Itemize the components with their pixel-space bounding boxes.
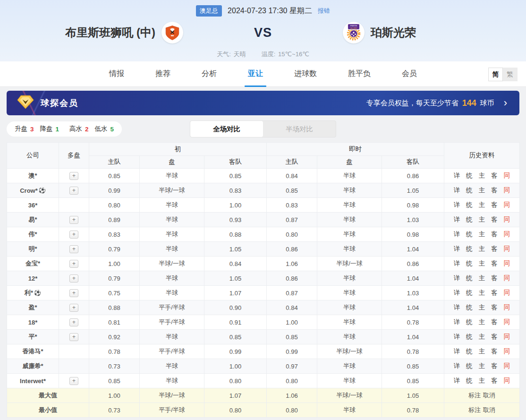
- nav-tab[interactable]: 情报: [109, 61, 124, 87]
- company-link[interactable]: 易*: [28, 215, 37, 224]
- history-link[interactable]: 客: [491, 245, 498, 253]
- history-link[interactable]: 客: [491, 318, 498, 326]
- summary-action-link[interactable]: 取消: [483, 406, 495, 414]
- summary-action-link[interactable]: 标注: [468, 391, 481, 400]
- history-link[interactable]: 客: [491, 274, 498, 283]
- away-team-name[interactable]: 珀斯光荣: [371, 25, 416, 40]
- history-link[interactable]: 统: [466, 274, 473, 283]
- expand-plus-button[interactable]: +: [69, 245, 78, 253]
- history-link[interactable]: 同: [504, 274, 510, 283]
- company-link[interactable]: 伟*: [28, 230, 37, 239]
- expand-plus-button[interactable]: +: [69, 231, 78, 239]
- away-team[interactable]: PERTH GLORY 珀斯光荣: [343, 22, 416, 43]
- company-link[interactable]: 盈*: [28, 303, 37, 312]
- history-link[interactable]: 主: [479, 362, 485, 370]
- history-link[interactable]: 统: [466, 289, 473, 297]
- company-link[interactable]: 36*: [28, 202, 38, 209]
- compare-tab[interactable]: 全场对比: [190, 121, 263, 137]
- history-link[interactable]: 详: [454, 333, 460, 341]
- history-link[interactable]: 客: [491, 230, 498, 239]
- history-link[interactable]: 详: [454, 318, 460, 326]
- expand-plus-button[interactable]: +: [69, 216, 78, 224]
- history-link[interactable]: 同: [504, 201, 510, 209]
- history-link[interactable]: 主: [479, 274, 485, 283]
- history-link[interactable]: 统: [466, 201, 473, 209]
- company-link[interactable]: 12*: [28, 275, 38, 282]
- history-link[interactable]: 同: [504, 230, 510, 239]
- history-link[interactable]: 统: [466, 318, 473, 326]
- expand-plus-button[interactable]: +: [69, 289, 78, 297]
- home-team-name[interactable]: 布里斯班狮吼 (中): [65, 25, 155, 40]
- history-link[interactable]: 主: [479, 377, 485, 385]
- history-link[interactable]: 详: [454, 347, 460, 356]
- history-link[interactable]: 同: [504, 171, 510, 180]
- history-link[interactable]: 详: [454, 377, 460, 385]
- home-team[interactable]: 布里斯班狮吼 (中): [65, 22, 183, 43]
- nav-tab[interactable]: 胜平负: [348, 61, 371, 87]
- history-link[interactable]: 详: [454, 362, 460, 370]
- history-link[interactable]: 统: [466, 362, 473, 370]
- history-link[interactable]: 详: [454, 230, 460, 239]
- history-link[interactable]: 客: [491, 333, 498, 341]
- company-link[interactable]: 澳*: [28, 171, 37, 180]
- history-link[interactable]: 统: [466, 171, 473, 180]
- history-link[interactable]: 客: [491, 303, 498, 312]
- history-link[interactable]: 统: [466, 215, 473, 224]
- history-link[interactable]: 主: [479, 303, 485, 312]
- history-link[interactable]: 详: [454, 201, 460, 209]
- history-link[interactable]: 同: [504, 215, 510, 224]
- history-link[interactable]: 统: [466, 347, 473, 356]
- expand-plus-button[interactable]: +: [69, 377, 78, 385]
- expand-plus-button[interactable]: +: [69, 333, 78, 341]
- history-link[interactable]: 同: [504, 289, 510, 297]
- history-link[interactable]: 同: [504, 333, 510, 341]
- history-link[interactable]: 详: [454, 274, 460, 283]
- company-link[interactable]: 金宝*: [25, 259, 40, 268]
- expand-plus-button[interactable]: +: [69, 318, 78, 326]
- nav-tab[interactable]: 进球数: [294, 61, 317, 87]
- expand-plus-button[interactable]: +: [69, 172, 78, 180]
- history-link[interactable]: 客: [491, 215, 498, 224]
- lang-traditional-button[interactable]: 繁: [503, 68, 518, 81]
- history-link[interactable]: 详: [454, 171, 460, 180]
- history-link[interactable]: 同: [504, 259, 510, 268]
- history-link[interactable]: 详: [454, 303, 460, 312]
- history-link[interactable]: 统: [466, 303, 473, 312]
- history-link[interactable]: 详: [454, 289, 460, 297]
- history-link[interactable]: 客: [491, 186, 498, 195]
- history-link[interactable]: 客: [491, 347, 498, 356]
- league-badge[interactable]: 澳足总: [196, 5, 222, 17]
- history-link[interactable]: 主: [479, 171, 485, 180]
- history-link[interactable]: 同: [504, 245, 510, 253]
- history-link[interactable]: 主: [479, 289, 485, 297]
- history-link[interactable]: 同: [504, 186, 510, 195]
- history-link[interactable]: 详: [454, 186, 460, 195]
- history-link[interactable]: 主: [479, 333, 485, 341]
- history-link[interactable]: 主: [479, 201, 485, 209]
- history-link[interactable]: 客: [491, 259, 498, 268]
- history-link[interactable]: 统: [466, 377, 473, 385]
- home-team-logo-icon[interactable]: [161, 22, 183, 43]
- nav-tab[interactable]: 分析: [202, 61, 217, 87]
- history-link[interactable]: 主: [479, 347, 485, 356]
- history-link[interactable]: 详: [454, 259, 460, 268]
- history-link[interactable]: 主: [479, 318, 485, 326]
- history-link[interactable]: 同: [504, 318, 510, 326]
- history-link[interactable]: 主: [479, 230, 485, 239]
- history-link[interactable]: 同: [504, 347, 510, 356]
- expand-plus-button[interactable]: +: [69, 304, 78, 312]
- lang-simplified-button[interactable]: 简: [488, 68, 503, 81]
- history-link[interactable]: 主: [479, 245, 485, 253]
- history-link[interactable]: 统: [466, 333, 473, 341]
- history-link[interactable]: 统: [466, 259, 473, 268]
- nav-tab[interactable]: 会员: [402, 61, 417, 87]
- vip-banner[interactable]: 球探会员 专享会员权益，每天至少节省 144 球币 ›: [7, 91, 519, 115]
- company-link[interactable]: 利* ⚽: [25, 289, 41, 297]
- history-link[interactable]: 同: [504, 362, 510, 370]
- compare-tab[interactable]: 半场对比: [263, 121, 336, 137]
- history-link[interactable]: 主: [479, 186, 485, 195]
- company-link[interactable]: 威廉希*: [22, 362, 43, 370]
- history-link[interactable]: 客: [491, 171, 498, 180]
- history-link[interactable]: 统: [466, 245, 473, 253]
- history-link[interactable]: 客: [491, 289, 498, 297]
